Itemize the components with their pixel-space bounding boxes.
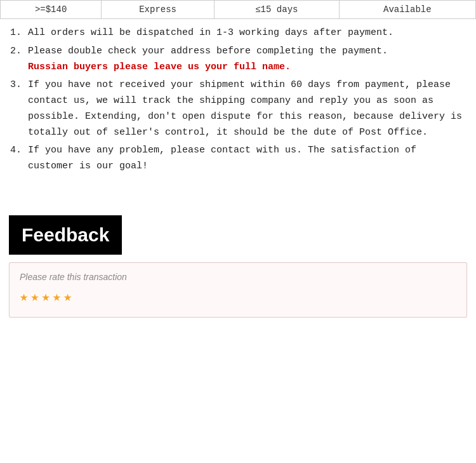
rate-box[interactable]: Please rate this transaction ★ ★ ★ ★ ★: [9, 262, 467, 318]
list-item: 3. If you have not received your shipmen…: [10, 77, 466, 140]
star-2[interactable]: ★: [30, 288, 39, 305]
star-5[interactable]: ★: [63, 288, 72, 305]
star-1[interactable]: ★: [20, 288, 28, 305]
feedback-label: Feedback: [9, 215, 122, 255]
feedback-section: Feedback Please rate this transaction ★ …: [0, 215, 476, 318]
list-text-1: All orders will be dispatched in 1-3 wor…: [28, 25, 466, 41]
list-item: 1. All orders will be dispatched in 1-3 …: [10, 25, 466, 41]
russian-buyers-notice: Russian buyers please leave us your full…: [28, 62, 291, 72]
shipping-availability: Available: [339, 1, 475, 19]
shipping-days: ≤15 days: [215, 1, 340, 19]
list-number-2: 2.: [10, 44, 28, 59]
star-4[interactable]: ★: [53, 288, 61, 305]
list-number-3: 3.: [10, 77, 28, 93]
info-list: 1. All orders will be dispatched in 1-3 …: [0, 19, 476, 184]
list-text-2: Please double check your address before …: [28, 44, 466, 76]
list-number-1: 1.: [10, 25, 28, 41]
list-text-3: If you have not received your shipment w…: [28, 77, 466, 140]
list-item: 2. Please double check your address befo…: [10, 44, 466, 76]
list-number-4: 4.: [10, 143, 28, 158]
shipping-method: Express: [102, 1, 215, 19]
shipping-price: >=$140: [1, 1, 102, 19]
star-rating[interactable]: ★ ★ ★ ★ ★: [20, 288, 456, 305]
rate-title: Please rate this transaction: [20, 272, 456, 282]
list-text-4: If you have any problem, please contact …: [28, 143, 466, 175]
list-item: 4. If you have any problem, please conta…: [10, 143, 466, 175]
shipping-table: >=$140 Express ≤15 days Available: [0, 0, 476, 19]
star-3[interactable]: ★: [42, 288, 50, 305]
